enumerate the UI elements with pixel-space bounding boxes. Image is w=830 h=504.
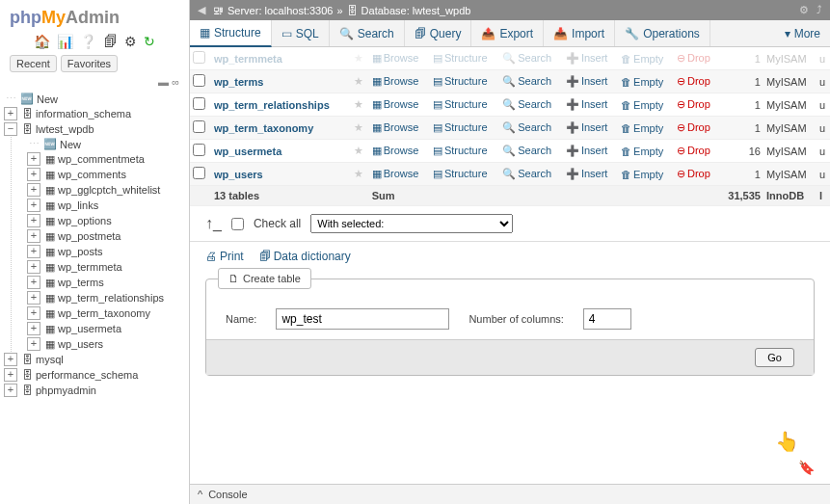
table-wp_terms[interactable]: +▦wp_terms <box>27 275 185 290</box>
expand-icon[interactable]: + <box>4 368 17 382</box>
expand-icon[interactable]: + <box>27 183 40 197</box>
insert-action[interactable]: ➕Insert <box>563 117 618 140</box>
home-icon[interactable]: 🏠 <box>34 34 50 49</box>
table-name-link[interactable]: wp_usermeta <box>211 140 351 163</box>
empty-action[interactable]: 🗑Empty <box>618 47 674 70</box>
search-action[interactable]: 🔍Search <box>499 93 563 117</box>
checkall-label[interactable]: Check all <box>254 217 301 230</box>
insert-action[interactable]: ➕Insert <box>563 163 618 186</box>
settings-icon[interactable]: ⚙ <box>124 34 137 49</box>
table-wp_comments[interactable]: +▦wp_comments <box>27 167 185 182</box>
checkall-checkbox[interactable] <box>231 218 244 230</box>
expand-icon[interactable]: + <box>27 260 40 274</box>
table-wp_postmeta[interactable]: +▦wp_postmeta <box>27 228 185 244</box>
table-wp_users[interactable]: +▦wp_users <box>27 336 185 352</box>
expand-icon[interactable]: + <box>27 229 40 243</box>
bc-server-link[interactable]: localhost:3306 <box>265 5 334 16</box>
collapse-left-icon[interactable]: ◀ <box>198 4 205 16</box>
db-performance_schema[interactable]: +🗄performance_schema <box>4 367 185 383</box>
table-wp_term_taxonomy[interactable]: +▦wp_term_taxonomy <box>27 305 185 321</box>
table-name-link[interactable]: wp_term_taxonomy <box>211 117 351 140</box>
topnav-import[interactable]: 📥Import <box>544 20 615 46</box>
db-phpmyadmin[interactable]: +🗄phpmyadmin <box>4 383 185 398</box>
topnav-operations[interactable]: 🔧Operations <box>615 20 710 46</box>
table-wp_usermeta[interactable]: +▦wp_usermeta <box>27 321 185 336</box>
expand-icon[interactable]: + <box>27 168 40 181</box>
expand-icon[interactable]: + <box>27 306 40 320</box>
db-information_schema[interactable]: +🗄information_schema <box>4 106 185 121</box>
browse-action[interactable]: ▦Browse <box>369 163 430 186</box>
bc-db-link[interactable]: lwtest_wpdb <box>413 5 471 16</box>
drop-action[interactable]: ⊖Drop <box>674 93 719 117</box>
drop-action[interactable]: ⊖Drop <box>674 47 719 70</box>
insert-action[interactable]: ➕Insert <box>563 93 618 117</box>
structure-action[interactable]: ▤Structure <box>430 70 499 93</box>
empty-action[interactable]: 🗑Empty <box>618 140 674 163</box>
expand-icon[interactable]: + <box>27 152 40 166</box>
drop-action[interactable]: ⊖Drop <box>674 70 719 93</box>
star-icon[interactable]: ★ <box>351 93 368 117</box>
topnav-query[interactable]: 🗐Query <box>405 20 472 46</box>
row-checkbox[interactable] <box>193 167 205 179</box>
search-action[interactable]: 🔍Search <box>499 140 563 163</box>
table-wp_gglcptch_whitelist[interactable]: +▦wp_gglcptch_whitelist <box>27 182 185 198</box>
empty-action[interactable]: 🗑Empty <box>618 163 674 186</box>
logout-icon[interactable]: 📊 <box>57 34 73 49</box>
table-name-input[interactable] <box>276 308 449 330</box>
browse-action[interactable]: ▦Browse <box>369 47 430 70</box>
browse-action[interactable]: ▦Browse <box>369 117 430 140</box>
expand-icon[interactable]: + <box>27 199 40 212</box>
expand-icon[interactable]: + <box>27 245 40 258</box>
table-wp_term_relationships[interactable]: +▦wp_term_relationships <box>27 290 185 305</box>
expand-icon[interactable]: + <box>27 291 40 305</box>
structure-action[interactable]: ▤Structure <box>430 117 499 140</box>
logo[interactable]: phpMyAdmin <box>0 0 189 32</box>
expand-icon[interactable]: + <box>4 353 17 366</box>
browse-action[interactable]: ▦Browse <box>369 70 430 93</box>
insert-action[interactable]: ➕Insert <box>563 47 618 70</box>
expand-icon[interactable]: + <box>27 276 40 289</box>
star-icon[interactable]: ★ <box>351 117 368 140</box>
expand-icon[interactable]: + <box>27 322 40 335</box>
table-wp_links[interactable]: +▦wp_links <box>27 198 185 213</box>
expand-icon[interactable]: − <box>4 122 17 136</box>
row-checkbox[interactable] <box>193 51 205 64</box>
insert-action[interactable]: ➕Insert <box>563 140 618 163</box>
db-lwtest_wpdb[interactable]: −🗄lwtest_wpdb <box>4 121 185 137</box>
empty-action[interactable]: 🗑Empty <box>618 117 674 140</box>
collapse-toggle[interactable]: ▬ ∞ <box>0 76 189 92</box>
topnav-export[interactable]: 📤Export <box>471 20 544 46</box>
exit-icon[interactable]: ⤴ <box>817 4 822 16</box>
console-bar[interactable]: ^ Console <box>190 484 830 504</box>
star-icon[interactable]: ★ <box>351 70 368 93</box>
bookmark-icon[interactable]: 🔖 <box>798 460 815 475</box>
table-wp_options[interactable]: +▦wp_options <box>27 213 185 228</box>
table-name-link[interactable]: wp_users <box>211 163 351 186</box>
expand-icon[interactable]: + <box>27 214 40 227</box>
drop-action[interactable]: ⊖Drop <box>674 140 719 163</box>
reload-icon[interactable]: ↻ <box>144 34 155 49</box>
structure-action[interactable]: ▤Structure <box>430 140 499 163</box>
search-action[interactable]: 🔍Search <box>499 163 563 186</box>
table-wp_termmeta[interactable]: +▦wp_termmeta <box>27 259 185 275</box>
table-name-link[interactable]: wp_terms <box>211 70 351 93</box>
topnav-structure[interactable]: ▦Structure <box>190 20 272 47</box>
structure-action[interactable]: ▤Structure <box>430 93 499 117</box>
row-checkbox[interactable] <box>193 97 205 110</box>
browse-action[interactable]: ▦Browse <box>369 93 430 117</box>
search-action[interactable]: 🔍Search <box>499 70 563 93</box>
expand-icon[interactable]: + <box>4 107 17 120</box>
table-wp_posts[interactable]: +▦wp_posts <box>27 244 185 259</box>
table-name-link[interactable]: wp_term_relationships <box>211 93 351 117</box>
drop-action[interactable]: ⊖Drop <box>674 163 719 186</box>
db-mysql[interactable]: +🗄mysql <box>4 352 185 367</box>
sql-icon[interactable]: 🗐 <box>104 34 118 49</box>
tree-new-table[interactable]: ⋯🆕New <box>27 137 185 151</box>
empty-action[interactable]: 🗑Empty <box>618 70 674 93</box>
table-name-link[interactable]: wp_termmeta <box>211 47 351 70</box>
star-icon[interactable]: ★ <box>351 47 368 70</box>
columns-input[interactable] <box>583 308 631 330</box>
data-dictionary-link[interactable]: 🗐Data dictionary <box>259 250 351 263</box>
print-link[interactable]: 🖨Print <box>205 250 244 263</box>
with-selected-dropdown[interactable]: With selected: <box>310 214 513 233</box>
